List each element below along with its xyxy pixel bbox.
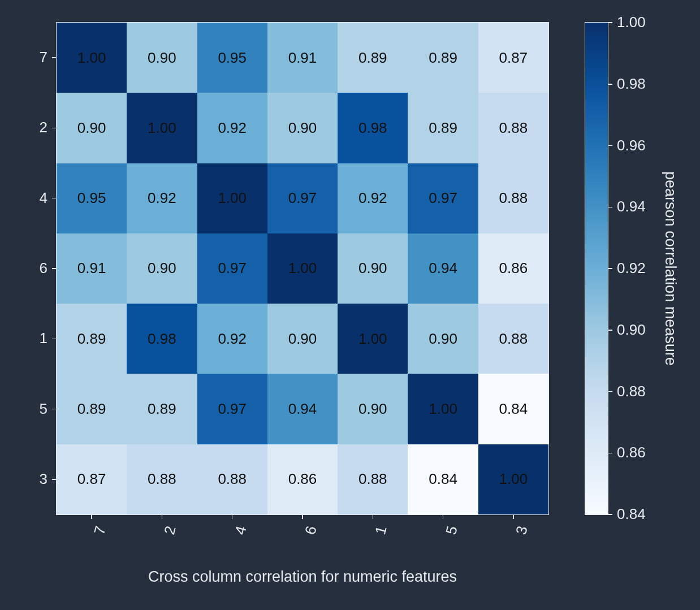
- colorbar-gradient: [585, 23, 608, 514]
- heatmap-cell: 0.95: [197, 23, 267, 93]
- heatmap-cell: 0.89: [57, 304, 127, 374]
- heatmap-cell: 1.00: [197, 163, 267, 233]
- heatmap-cell: 0.88: [478, 304, 548, 374]
- heatmap-cell: 0.88: [478, 163, 548, 233]
- x-tick-mark: [513, 514, 514, 519]
- heatmap-cell: 0.88: [338, 444, 408, 514]
- x-tick-mark: [162, 514, 163, 519]
- colorbar-tick-mark: [608, 453, 612, 454]
- heatmap-cell: 0.86: [267, 444, 338, 514]
- heatmap-cell: 0.90: [127, 23, 197, 93]
- colorbar-tick-mark: [608, 145, 612, 146]
- heatmap-cell: 0.97: [267, 163, 338, 233]
- y-tick-mark: [52, 57, 57, 58]
- y-tick-mark: [52, 409, 57, 410]
- colorbar: [585, 23, 608, 514]
- x-tick-mark: [302, 514, 303, 519]
- colorbar-tick-label: 0.84: [617, 505, 646, 523]
- heatmap-cell: 0.92: [338, 163, 408, 233]
- heatmap-cell: 0.87: [478, 23, 548, 93]
- heatmap-cell: 0.97: [197, 233, 267, 304]
- x-tick-label: 3: [511, 517, 533, 544]
- heatmap-cell: 0.89: [338, 23, 408, 93]
- colorbar-tick-mark: [608, 84, 612, 85]
- heatmap-chart: 1.000.900.950.910.890.890.870.901.000.92…: [0, 0, 700, 610]
- heatmap-cell: 0.98: [127, 304, 197, 374]
- x-tick-label: 5: [440, 517, 463, 544]
- heatmap-cell: 0.92: [127, 163, 197, 233]
- colorbar-tick-label: 0.88: [617, 383, 646, 400]
- heatmap-cell: 0.86: [478, 233, 548, 304]
- colorbar-tick-mark: [608, 391, 612, 392]
- heatmap-cell: 1.00: [478, 444, 548, 514]
- heatmap-cell: 0.91: [57, 233, 127, 304]
- y-tick-label: 3: [34, 470, 47, 488]
- y-tick-mark: [52, 268, 57, 269]
- heatmap-cell: 0.88: [127, 444, 197, 514]
- heatmap-cell: 0.91: [267, 23, 338, 93]
- y-tick-label: 7: [34, 49, 47, 66]
- heatmap-cell: 0.89: [408, 23, 478, 93]
- heatmap-cell: 0.89: [408, 93, 478, 163]
- y-tick-label: 4: [34, 189, 47, 207]
- colorbar-tick-label: 0.96: [617, 137, 646, 154]
- heatmap-cell: 0.94: [408, 233, 478, 304]
- x-tick-mark: [443, 514, 444, 519]
- colorbar-tick-mark: [608, 207, 612, 208]
- heatmap-cell: 0.98: [338, 93, 408, 163]
- y-tick-mark: [52, 198, 57, 199]
- x-tick-label: 2: [159, 517, 182, 544]
- heatmap-cell: 1.00: [408, 374, 478, 444]
- colorbar-tick-mark: [608, 330, 612, 331]
- y-tick-mark: [52, 479, 57, 480]
- y-tick-label: 6: [34, 259, 47, 277]
- heatmap-cell: 0.90: [57, 93, 127, 163]
- heatmap-cell: 1.00: [127, 93, 197, 163]
- x-tick-mark: [232, 514, 233, 519]
- y-tick-mark: [52, 128, 57, 129]
- colorbar-tick-mark: [608, 22, 612, 23]
- x-tick-mark: [373, 514, 374, 519]
- x-tick-label: 7: [89, 517, 111, 544]
- heatmap-cell: 0.90: [267, 93, 338, 163]
- heatmap-cell: 0.89: [57, 374, 127, 444]
- heatmap-cell: 0.90: [408, 304, 478, 374]
- y-tick-label: 1: [34, 330, 47, 347]
- colorbar-tick-mark: [608, 268, 612, 269]
- x-tick-label: 6: [300, 517, 322, 544]
- heatmap-cell: 0.90: [127, 233, 197, 304]
- colorbar-tick-mark: [608, 514, 612, 515]
- heatmap-cell: 0.92: [197, 93, 267, 163]
- colorbar-tick-label: 0.92: [617, 259, 646, 277]
- heatmap-cell: 0.90: [338, 233, 408, 304]
- heatmap-cell: 0.97: [408, 163, 478, 233]
- colorbar-tick-label: 0.90: [617, 321, 646, 339]
- colorbar-tick-label: 0.94: [617, 198, 646, 215]
- x-tick-label: 4: [230, 517, 252, 544]
- colorbar-tick-label: 0.98: [617, 75, 646, 93]
- colorbar-tick-label: 1.00: [617, 14, 646, 31]
- heatmap-plot-area: 1.000.900.950.910.890.890.870.901.000.92…: [57, 23, 548, 514]
- heatmap-cell: 0.92: [197, 304, 267, 374]
- y-tick-label: 5: [34, 400, 47, 418]
- x-axis-label: Cross column correlation for numeric fea…: [57, 568, 548, 586]
- heatmap-cell: 0.95: [57, 163, 127, 233]
- heatmap-cell: 1.00: [338, 304, 408, 374]
- heatmap-cell: 1.00: [57, 23, 127, 93]
- heatmap-cell: 0.87: [57, 444, 127, 514]
- heatmap-cell: 0.90: [267, 304, 338, 374]
- heatmap-cell: 0.84: [408, 444, 478, 514]
- heatmap-cell: 1.00: [267, 233, 338, 304]
- heatmap-cell: 0.88: [478, 93, 548, 163]
- heatmap-cell: 0.89: [127, 374, 197, 444]
- heatmap-cell: 0.94: [267, 374, 338, 444]
- y-tick-mark: [52, 339, 57, 340]
- y-tick-label: 2: [34, 119, 47, 136]
- x-tick-label: 1: [370, 517, 392, 544]
- heatmap-cell: 0.97: [197, 374, 267, 444]
- heatmap-cell: 0.88: [197, 444, 267, 514]
- colorbar-label: pearson correlation measure: [662, 23, 679, 514]
- heatmap-cell: 0.84: [478, 374, 548, 444]
- colorbar-tick-label: 0.86: [617, 444, 646, 461]
- x-tick-mark: [91, 514, 92, 519]
